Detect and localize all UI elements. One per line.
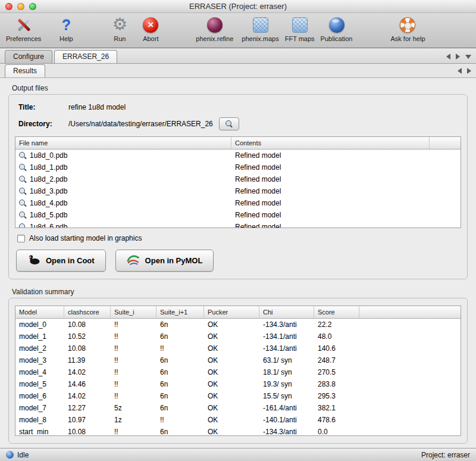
tab-list-dropdown-icon[interactable] [465, 55, 471, 59]
column-header-chi[interactable]: Chi [259, 306, 314, 318]
gear-icon: ⚙ [112, 16, 127, 34]
magnifier-icon [18, 211, 27, 219]
file-contents-cell: Refined model [231, 149, 430, 161]
title-bar: ERRASER (Project: erraser) [0, 0, 476, 13]
maroon-sphere-icon [207, 17, 223, 33]
directory-value: /Users/nat/data/testing/erraser/ERRASER_… [68, 120, 213, 128]
toolbar-button-fft-maps[interactable]: FFT maps [283, 15, 317, 42]
column-header-file-name[interactable]: File name [15, 137, 231, 149]
validation-row[interactable]: model_4 14.02 !! 6n OK 18.1/ syn 270.5 [15, 366, 461, 378]
output-files-table-header: File name Contents [15, 137, 461, 149]
scroll-tabs-right-icon[interactable] [456, 54, 460, 60]
file-row[interactable]: 1u8d_4.pdb Refined model [15, 197, 461, 209]
output-files-group: Output files Title: refine 1u8d model Di… [8, 84, 468, 279]
file-row[interactable]: 1u8d_2.pdb Refined model [15, 173, 461, 185]
toolbar-button-phenix-maps[interactable]: phenix.maps [239, 15, 281, 42]
pucker-cell: OK [204, 319, 259, 331]
toolbar-label: Abort [143, 35, 158, 42]
clashscore-cell: 10.52 [64, 331, 111, 342]
chi-cell: 15.5/ syn [259, 390, 314, 402]
column-header-contents[interactable]: Contents [231, 137, 430, 149]
clashscore-cell: 11.39 [64, 354, 111, 366]
tab-results[interactable]: Results [5, 64, 45, 77]
toolbar-label: Run [114, 35, 126, 42]
directory-row: Directory: /Users/nat/data/testing/erras… [18, 117, 461, 130]
scroll-subtabs-right-icon[interactable] [467, 68, 471, 74]
pucker-cell: OK [204, 331, 259, 342]
file-row[interactable]: 1u8d_1.pdb Refined model [15, 161, 461, 173]
toolbar-button-publication[interactable]: Publication [318, 15, 355, 42]
group-title: Output files [12, 84, 468, 92]
model-cell: model_6 [15, 390, 64, 402]
column-header-suite-i1[interactable]: Suite_i+1 [156, 306, 204, 318]
file-contents-cell: Refined model [231, 173, 430, 185]
toolbar-button-phenix-refine[interactable]: phenix.refine [193, 15, 236, 42]
file-row[interactable]: 1u8d_6.pdb Refined model [15, 221, 461, 228]
load-starting-model-checkbox[interactable] [17, 235, 25, 242]
column-header-model[interactable]: Model [15, 306, 64, 318]
pucker-cell: OK [204, 354, 259, 366]
validation-row[interactable]: model_6 14.02 !! 6n OK 15.5/ syn 295.3 [15, 390, 461, 402]
suite-i-cell: !! [111, 342, 156, 354]
project-label: Project: erraser [421, 451, 470, 459]
minimize-window-button[interactable] [17, 3, 24, 10]
toolbar-label: phenix.maps [242, 35, 278, 42]
open-in-coot-button[interactable]: Open in Coot [16, 250, 106, 272]
validation-row[interactable]: model_2 10.08 !! !! OK -134.1/anti 140.6 [15, 342, 461, 354]
suite-i-cell: !! [111, 319, 156, 331]
validation-row[interactable]: model_8 10.97 1z !! OK -140.1/anti 478.6 [15, 414, 461, 426]
pucker-cell: OK [204, 426, 259, 435]
toolbar-button-abort[interactable]: × Abort [136, 15, 165, 42]
magnifier-icon [18, 223, 27, 228]
chi-cell: -134.3/anti [259, 426, 314, 435]
model-cell: model_1 [15, 331, 64, 342]
validation-row[interactable]: model_5 14.46 !! 6n OK 19.3/ syn 283.8 [15, 378, 461, 390]
file-row[interactable]: 1u8d_3.pdb Refined model [15, 185, 461, 197]
checkbox-label: Also load starting model in graphics [29, 234, 142, 242]
suite-i-cell: 5z [111, 402, 156, 414]
magnifier-icon [18, 163, 27, 172]
sub-tab-nav-controls [458, 68, 471, 77]
validation-row[interactable]: model_3 11.39 !! 6n OK 63.1/ syn 248.7 [15, 354, 461, 366]
clashscore-cell: 14.02 [64, 366, 111, 378]
pucker-cell: OK [204, 402, 259, 414]
validation-row[interactable]: start_min 10.08 !! 6n OK -134.3/anti 0.0 [15, 426, 461, 435]
tab-erraser-26[interactable]: ERRASER_26 [54, 50, 117, 63]
model-cell: model_5 [15, 378, 64, 390]
scroll-subtabs-left-icon[interactable] [458, 68, 462, 74]
score-cell: 270.5 [314, 366, 359, 378]
chi-cell: -140.1/anti [259, 414, 314, 426]
app-window: ERRASER (Project: erraser) Preferences ?… [0, 0, 476, 461]
clashscore-cell: 12.27 [64, 402, 111, 414]
column-header-suite-i[interactable]: Suite_i [111, 306, 156, 318]
file-row[interactable]: 1u8d_0.pdb Refined model [15, 149, 461, 161]
toolbar-button-help[interactable]: ? Help [52, 15, 80, 42]
file-row[interactable]: 1u8d_5.pdb Refined model [15, 209, 461, 221]
pucker-cell: OK [204, 390, 259, 402]
model-cell: model_4 [15, 366, 64, 378]
file-name-cell: 1u8d_4.pdb [15, 197, 231, 209]
tab-configure[interactable]: Configure [5, 50, 52, 63]
validation-row[interactable]: model_7 12.27 5z 6n OK -161.4/anti 382.1 [15, 402, 461, 414]
column-header-clashscore[interactable]: clashscore [64, 306, 111, 318]
column-header-score[interactable]: Score [314, 306, 359, 318]
open-in-pymol-button[interactable]: Open in PyMOL [115, 250, 214, 272]
suite-i-cell: 1z [111, 414, 156, 426]
browse-directory-button[interactable] [219, 117, 239, 130]
magnifier-icon [225, 120, 233, 128]
column-header-pucker[interactable]: Pucker [204, 306, 259, 318]
validation-row[interactable]: model_0 10.08 !! 6n OK -134.3/anti 22.2 [15, 319, 461, 331]
toolbar-button-ask-for-help[interactable]: Ask for help [388, 15, 427, 42]
toolbar: Preferences ? Help ⚙ Run × Abort phenix.… [0, 13, 476, 48]
scroll-tabs-left-icon[interactable] [446, 54, 450, 60]
score-cell: 22.2 [314, 319, 359, 331]
toolbar-button-run[interactable]: ⚙ Run [105, 15, 134, 42]
suite-i1-cell: 6n [156, 426, 204, 435]
validation-row[interactable]: model_1 10.52 !! 6n OK -134.1/anti 48.0 [15, 331, 461, 342]
magnifier-icon [18, 199, 27, 207]
zoom-window-button[interactable] [29, 3, 36, 10]
load-starting-model-checkbox-row[interactable]: Also load starting model in graphics [17, 234, 461, 242]
close-window-button[interactable] [5, 3, 12, 10]
toolbar-button-preferences[interactable]: Preferences [4, 15, 43, 42]
file-name-cell: 1u8d_5.pdb [15, 209, 231, 221]
